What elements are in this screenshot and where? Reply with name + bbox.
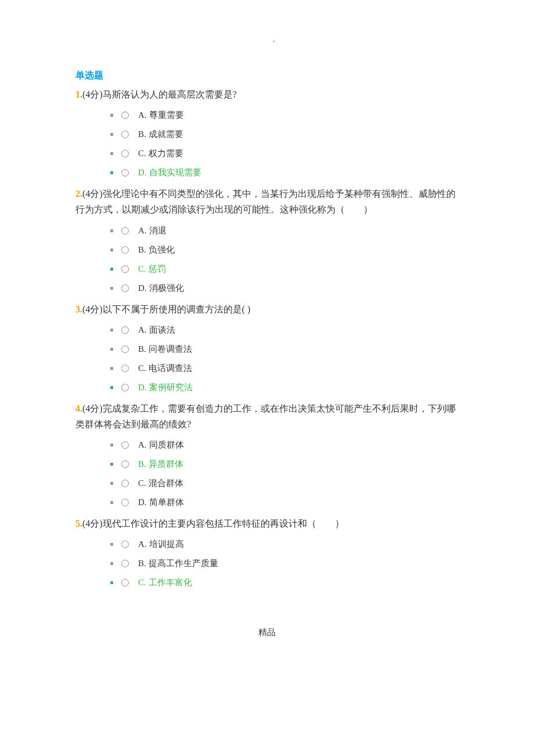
option-item[interactable]: D.简单群体 (110, 493, 459, 512)
option-text: 自我实现需要 (149, 167, 201, 178)
question-header: 3.(4分)以下不属于所使用的调查方法的是( ) (75, 301, 459, 317)
radio-icon[interactable] (121, 460, 129, 468)
question-points: (4分) (82, 404, 103, 413)
option-text: 简单群体 (149, 497, 184, 508)
question: 1.(4分)马斯洛认为人的最高层次需要是?A.尊重需要B.成就需要C.权力需要D… (75, 87, 459, 182)
question-points: (4分) (82, 89, 103, 99)
option-text: 尊重需要 (149, 110, 184, 121)
option-item[interactable]: A.培训提高 (110, 535, 459, 554)
radio-icon[interactable] (121, 560, 129, 567)
option-text: 消退 (149, 225, 167, 236)
question-text: 马斯洛认为人的最高层次需要是? (103, 89, 237, 99)
option-label: A. (138, 325, 147, 335)
option-text: 工作丰富化 (149, 577, 192, 588)
radio-icon[interactable] (121, 480, 129, 487)
bullet-icon (110, 268, 113, 271)
option-text: 混合群体 (149, 478, 183, 489)
option-item[interactable]: C.工作丰富化 (110, 573, 459, 592)
radio-icon[interactable] (121, 579, 129, 586)
option-item[interactable]: B.问卷调查法 (110, 340, 459, 359)
radio-icon[interactable] (121, 499, 129, 506)
radio-icon[interactable] (121, 246, 129, 254)
bullet-icon (110, 386, 113, 389)
bullet-icon (110, 463, 113, 466)
bullet-icon (110, 229, 113, 232)
option-label: A. (138, 440, 147, 450)
radio-icon[interactable] (121, 265, 129, 273)
question-points: (4分) (82, 304, 103, 314)
option-label: A. (138, 226, 147, 236)
page-container: . 单选题 1.(4分)马斯洛认为人的最高层次需要是?A.尊重需要B.成就需要C… (0, 0, 534, 673)
radio-icon[interactable] (121, 541, 129, 548)
option-text: 电话调查法 (149, 363, 192, 374)
option-item[interactable]: A.同质群体 (110, 435, 459, 455)
option-label: D. (138, 498, 147, 507)
option-label: D. (138, 283, 147, 293)
question-number: 1. (75, 89, 82, 99)
option-item[interactable]: C.惩罚 (110, 260, 459, 279)
question: 5.(4分)现代工作设计的主要内容包括工作特征的再设计和（ ）A.培训提高B.提… (75, 516, 459, 592)
option-label: A. (138, 110, 147, 120)
option-text: 负强化 (149, 244, 175, 255)
bullet-icon (110, 348, 113, 351)
question-text: 现代工作设计的主要内容包括工作特征的再设计和（ ） (103, 519, 344, 528)
option-label: B. (138, 459, 146, 469)
option-item[interactable]: A.面谈法 (110, 321, 459, 340)
option-label: B. (138, 129, 146, 139)
option-text: 提高工作生产质量 (149, 558, 218, 569)
question-text: 完成复杂工作，需要有创造力的工作，或在作出决策太快可能产生不利后果时，下列哪类群… (75, 404, 456, 429)
option-item[interactable]: D.自我实现需要 (110, 163, 459, 182)
option-text: 同质群体 (149, 440, 184, 451)
radio-icon[interactable] (121, 111, 129, 119)
question-points: (4分) (82, 189, 103, 199)
option-label: C. (138, 149, 146, 159)
option-item[interactable]: A.尊重需要 (110, 106, 459, 125)
bullet-icon (110, 249, 113, 251)
option-text: 面谈法 (149, 325, 175, 336)
radio-icon[interactable] (121, 345, 129, 353)
section-title: 单选题 (75, 70, 459, 82)
radio-icon[interactable] (121, 441, 129, 449)
radio-icon[interactable] (121, 227, 129, 235)
question-header: 4.(4分)完成复杂工作，需要有创造力的工作，或在作出决策太快可能产生不利后果时… (75, 401, 459, 432)
bullet-icon (110, 482, 113, 485)
radio-icon[interactable] (121, 326, 129, 334)
option-label: C. (138, 264, 146, 274)
option-item[interactable]: C.混合群体 (110, 474, 459, 493)
radio-icon[interactable] (121, 131, 129, 138)
option-item[interactable]: B.提高工作生产质量 (110, 554, 459, 573)
option-item[interactable]: B.负强化 (110, 240, 459, 260)
question-header: 1.(4分)马斯洛认为人的最高层次需要是? (75, 87, 459, 102)
option-item[interactable]: B.成就需要 (110, 125, 459, 144)
bullet-icon (110, 501, 113, 504)
option-label: B. (138, 245, 146, 255)
option-item[interactable]: D.案例研究法 (110, 378, 459, 397)
bullet-icon (110, 367, 113, 370)
bullet-icon (110, 444, 113, 447)
footer-text: 精品 (75, 627, 459, 638)
bullet-icon (110, 562, 113, 565)
question-text: 强化理论中有不同类型的强化，其中，当某行为出现后给予某种带有强制性、威胁性的行为… (75, 189, 456, 214)
option-item[interactable]: C.权力需要 (110, 144, 459, 163)
bullet-icon (110, 287, 113, 290)
option-label: B. (138, 344, 146, 354)
option-text: 成就需要 (149, 129, 183, 140)
question: 4.(4分)完成复杂工作，需要有创造力的工作，或在作出决策太快可能产生不利后果时… (75, 401, 459, 512)
option-list: A.同质群体B.异质群体C.混合群体D.简单群体 (110, 435, 459, 512)
radio-icon[interactable] (121, 150, 129, 157)
question: 2.(4分)强化理论中有不同类型的强化，其中，当某行为出现后给予某种带有强制性、… (75, 186, 459, 297)
option-label: A. (138, 539, 147, 549)
question: 3.(4分)以下不属于所使用的调查方法的是( )A.面谈法B.问卷调查法C.电话… (75, 301, 459, 397)
radio-icon[interactable] (121, 365, 129, 372)
option-list: A.消退B.负强化C.惩罚D.消极强化 (110, 221, 459, 298)
option-list: A.尊重需要B.成就需要C.权力需要D.自我实现需要 (110, 106, 459, 182)
radio-icon[interactable] (121, 285, 129, 292)
radio-icon[interactable] (121, 384, 129, 391)
option-item[interactable]: C.电话调查法 (110, 359, 459, 378)
option-item[interactable]: D.消极强化 (110, 279, 459, 298)
radio-icon[interactable] (121, 169, 129, 177)
question-points: (4分) (82, 519, 103, 528)
option-label: C. (138, 363, 146, 373)
option-item[interactable]: B.异质群体 (110, 455, 459, 474)
option-item[interactable]: A.消退 (110, 221, 459, 240)
